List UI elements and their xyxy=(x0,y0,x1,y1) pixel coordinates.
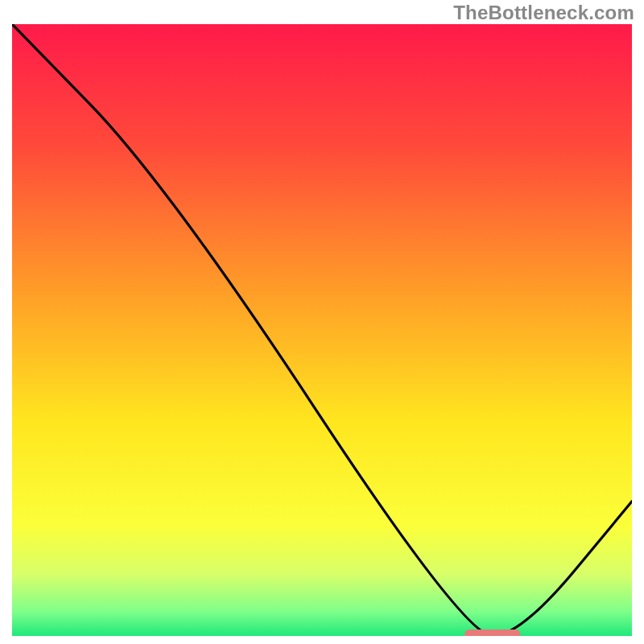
watermark-text: TheBottleneck.com xyxy=(453,2,634,24)
chart-background xyxy=(12,24,632,636)
chart-svg xyxy=(12,24,632,636)
optimal-marker xyxy=(464,630,520,636)
chart-frame: TheBottleneck.com xyxy=(0,0,644,644)
